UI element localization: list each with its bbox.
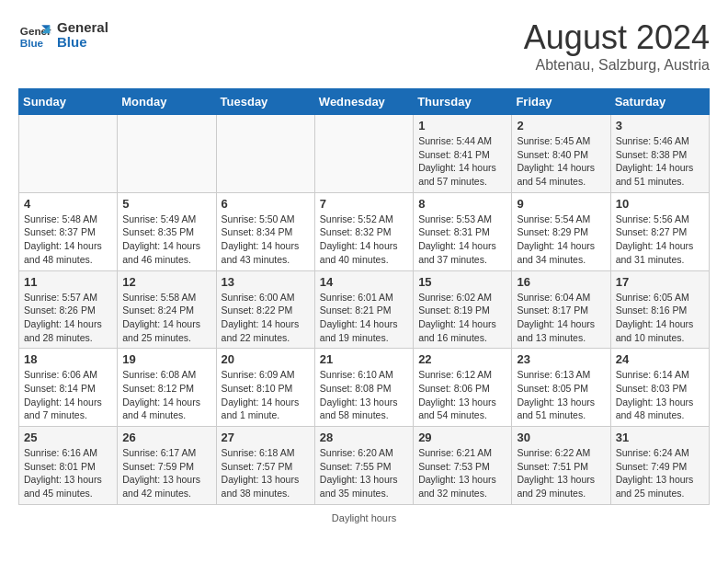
day-info: Sunrise: 5:53 AMSunset: 8:31 PMDaylight:… bbox=[418, 213, 506, 267]
day-number: 7 bbox=[320, 197, 408, 211]
title-area: August 2024 Abtenau, Salzburg, Austria bbox=[524, 18, 710, 74]
day-cell: 17Sunrise: 6:05 AMSunset: 8:16 PMDayligh… bbox=[610, 270, 709, 349]
day-cell: 8Sunrise: 5:53 AMSunset: 8:31 PMDaylight… bbox=[414, 192, 512, 270]
day-number: 4 bbox=[24, 197, 112, 211]
logo: General Blue General Blue bbox=[18, 18, 108, 52]
day-info: Sunrise: 6:16 AMSunset: 8:01 PMDaylight:… bbox=[24, 446, 112, 500]
svg-text:Blue: Blue bbox=[20, 37, 44, 49]
day-info: Sunrise: 6:08 AMSunset: 8:12 PMDaylight:… bbox=[122, 368, 210, 422]
day-number: 13 bbox=[222, 275, 310, 289]
day-cell: 28Sunrise: 6:20 AMSunset: 7:55 PMDayligh… bbox=[314, 427, 413, 505]
day-info: Sunrise: 6:22 AMSunset: 7:51 PMDaylight:… bbox=[517, 446, 605, 500]
day-info: Sunrise: 5:44 AMSunset: 8:41 PMDaylight:… bbox=[418, 134, 506, 189]
week-row-5: 25Sunrise: 6:16 AMSunset: 8:01 PMDayligh… bbox=[19, 427, 710, 505]
day-number: 21 bbox=[320, 352, 408, 366]
day-info: Sunrise: 5:54 AMSunset: 8:29 PMDaylight:… bbox=[517, 213, 605, 267]
day-info: Sunrise: 6:05 AMSunset: 8:16 PMDaylight:… bbox=[616, 291, 704, 345]
day-cell: 29Sunrise: 6:21 AMSunset: 7:53 PMDayligh… bbox=[414, 427, 512, 505]
day-cell: 10Sunrise: 5:56 AMSunset: 8:27 PMDayligh… bbox=[610, 192, 709, 270]
day-number: 8 bbox=[418, 197, 506, 211]
day-header-saturday: Saturday bbox=[610, 89, 709, 115]
day-info: Sunrise: 5:46 AMSunset: 8:38 PMDaylight:… bbox=[616, 134, 704, 189]
day-info: Sunrise: 6:21 AMSunset: 7:53 PMDaylight:… bbox=[418, 446, 506, 500]
day-header-wednesday: Wednesday bbox=[314, 89, 413, 115]
day-number: 16 bbox=[517, 275, 605, 289]
footer-note: Daylight hours bbox=[18, 512, 710, 523]
day-cell: 31Sunrise: 6:24 AMSunset: 7:49 PMDayligh… bbox=[610, 427, 709, 505]
day-cell: 14Sunrise: 6:01 AMSunset: 8:21 PMDayligh… bbox=[314, 270, 413, 349]
day-header-tuesday: Tuesday bbox=[216, 89, 314, 115]
day-cell: 9Sunrise: 5:54 AMSunset: 8:29 PMDaylight… bbox=[512, 192, 610, 270]
calendar-table: SundayMondayTuesdayWednesdayThursdayFrid… bbox=[18, 88, 710, 505]
day-info: Sunrise: 6:00 AMSunset: 8:22 PMDaylight:… bbox=[222, 291, 310, 345]
day-number: 22 bbox=[418, 352, 506, 366]
day-number: 27 bbox=[222, 431, 310, 444]
day-info: Sunrise: 6:14 AMSunset: 8:03 PMDaylight:… bbox=[616, 368, 704, 422]
day-cell: 21Sunrise: 6:10 AMSunset: 8:08 PMDayligh… bbox=[314, 349, 413, 427]
day-number: 24 bbox=[616, 352, 704, 366]
day-number: 31 bbox=[616, 431, 704, 444]
day-number: 23 bbox=[517, 352, 605, 366]
day-cell: 25Sunrise: 6:16 AMSunset: 8:01 PMDayligh… bbox=[19, 427, 118, 505]
day-number: 26 bbox=[122, 431, 210, 444]
week-row-2: 4Sunrise: 5:48 AMSunset: 8:37 PMDaylight… bbox=[19, 192, 710, 270]
week-row-1: 1Sunrise: 5:44 AMSunset: 8:41 PMDaylight… bbox=[19, 115, 710, 193]
day-cell: 20Sunrise: 6:09 AMSunset: 8:10 PMDayligh… bbox=[216, 349, 314, 427]
day-info: Sunrise: 5:57 AMSunset: 8:26 PMDaylight:… bbox=[24, 291, 112, 345]
day-cell bbox=[216, 115, 314, 193]
day-cell: 16Sunrise: 6:04 AMSunset: 8:17 PMDayligh… bbox=[512, 270, 610, 349]
day-info: Sunrise: 6:04 AMSunset: 8:17 PMDaylight:… bbox=[517, 291, 605, 345]
day-info: Sunrise: 6:12 AMSunset: 8:06 PMDaylight:… bbox=[418, 368, 506, 422]
day-cell: 2Sunrise: 5:45 AMSunset: 8:40 PMDaylight… bbox=[512, 115, 610, 193]
day-info: Sunrise: 6:09 AMSunset: 8:10 PMDaylight:… bbox=[222, 368, 310, 422]
day-number: 17 bbox=[616, 275, 704, 289]
day-number: 20 bbox=[222, 352, 310, 366]
day-cell: 4Sunrise: 5:48 AMSunset: 8:37 PMDaylight… bbox=[19, 192, 118, 270]
day-cell: 27Sunrise: 6:18 AMSunset: 7:57 PMDayligh… bbox=[216, 427, 314, 505]
day-number: 1 bbox=[418, 119, 506, 132]
header-row: SundayMondayTuesdayWednesdayThursdayFrid… bbox=[19, 89, 710, 115]
day-number: 9 bbox=[517, 197, 605, 211]
day-cell: 18Sunrise: 6:06 AMSunset: 8:14 PMDayligh… bbox=[19, 349, 118, 427]
day-info: Sunrise: 6:01 AMSunset: 8:21 PMDaylight:… bbox=[320, 291, 408, 345]
calendar-body: 1Sunrise: 5:44 AMSunset: 8:41 PMDaylight… bbox=[19, 115, 710, 505]
day-number: 3 bbox=[616, 119, 704, 132]
day-cell: 7Sunrise: 5:52 AMSunset: 8:32 PMDaylight… bbox=[314, 192, 413, 270]
day-info: Sunrise: 6:20 AMSunset: 7:55 PMDaylight:… bbox=[320, 446, 408, 500]
day-info: Sunrise: 5:52 AMSunset: 8:32 PMDaylight:… bbox=[320, 213, 408, 267]
logo-text-line1: General bbox=[57, 20, 108, 36]
day-cell: 3Sunrise: 5:46 AMSunset: 8:38 PMDaylight… bbox=[610, 115, 709, 193]
day-number: 6 bbox=[222, 197, 310, 211]
calendar-subtitle: Abtenau, Salzburg, Austria bbox=[524, 57, 710, 74]
day-info: Sunrise: 6:18 AMSunset: 7:57 PMDaylight:… bbox=[222, 446, 310, 500]
day-cell: 24Sunrise: 6:14 AMSunset: 8:03 PMDayligh… bbox=[610, 349, 709, 427]
day-number: 15 bbox=[418, 275, 506, 289]
week-row-4: 18Sunrise: 6:06 AMSunset: 8:14 PMDayligh… bbox=[19, 349, 710, 427]
day-cell bbox=[19, 115, 118, 193]
day-cell: 12Sunrise: 5:58 AMSunset: 8:24 PMDayligh… bbox=[118, 270, 216, 349]
day-number: 18 bbox=[24, 352, 112, 366]
day-header-monday: Monday bbox=[118, 89, 216, 115]
day-number: 10 bbox=[616, 197, 704, 211]
day-number: 5 bbox=[122, 197, 210, 211]
day-header-sunday: Sunday bbox=[19, 89, 118, 115]
day-header-friday: Friday bbox=[512, 89, 610, 115]
day-info: Sunrise: 6:17 AMSunset: 7:59 PMDaylight:… bbox=[122, 446, 210, 500]
day-info: Sunrise: 5:50 AMSunset: 8:34 PMDaylight:… bbox=[222, 213, 310, 267]
day-info: Sunrise: 5:56 AMSunset: 8:27 PMDaylight:… bbox=[616, 213, 704, 267]
day-number: 29 bbox=[418, 431, 506, 444]
week-row-3: 11Sunrise: 5:57 AMSunset: 8:26 PMDayligh… bbox=[19, 270, 710, 349]
day-number: 30 bbox=[517, 431, 605, 444]
day-cell: 1Sunrise: 5:44 AMSunset: 8:41 PMDaylight… bbox=[414, 115, 512, 193]
day-number: 19 bbox=[122, 352, 210, 366]
day-cell: 23Sunrise: 6:13 AMSunset: 8:05 PMDayligh… bbox=[512, 349, 610, 427]
header: General Blue General Blue August 2024 Ab… bbox=[18, 18, 710, 74]
day-info: Sunrise: 5:45 AMSunset: 8:40 PMDaylight:… bbox=[517, 134, 605, 189]
day-info: Sunrise: 6:24 AMSunset: 7:49 PMDaylight:… bbox=[616, 446, 704, 500]
day-info: Sunrise: 5:49 AMSunset: 8:35 PMDaylight:… bbox=[122, 213, 210, 267]
day-cell: 13Sunrise: 6:00 AMSunset: 8:22 PMDayligh… bbox=[216, 270, 314, 349]
day-cell: 5Sunrise: 5:49 AMSunset: 8:35 PMDaylight… bbox=[118, 192, 216, 270]
day-cell: 26Sunrise: 6:17 AMSunset: 7:59 PMDayligh… bbox=[118, 427, 216, 505]
day-cell bbox=[314, 115, 413, 193]
day-number: 14 bbox=[320, 275, 408, 289]
